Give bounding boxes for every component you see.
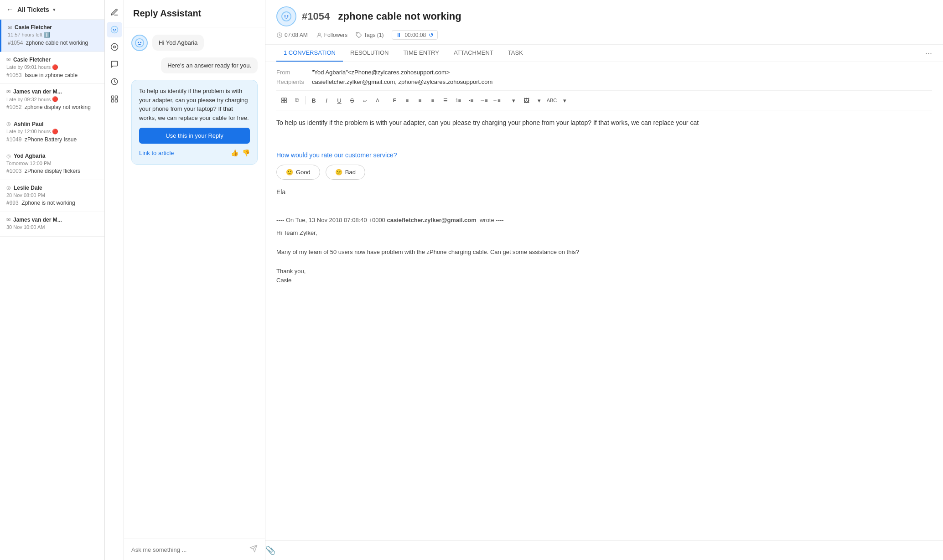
ticket-list-item[interactable]: ◎ Leslie Dale 28 Nov 08:00 PM #993 Zphon…	[0, 180, 104, 212]
ticket-number: #1003	[6, 168, 21, 174]
snippet-icon[interactable]	[278, 94, 290, 106]
ticket-followers[interactable]: Followers	[316, 32, 347, 38]
image-icon[interactable]: 🖼	[520, 94, 532, 106]
ticket-number: #1054	[8, 40, 23, 46]
more-options-icon[interactable]: ▾	[533, 94, 545, 106]
align-center-icon[interactable]: ≡	[414, 94, 426, 106]
italic-icon[interactable]: I	[321, 94, 332, 106]
chat-icon[interactable]	[107, 57, 122, 72]
quoted-line2: Many of my team of 50 users now have pro…	[276, 248, 932, 257]
ticket-email-icon: ✉	[6, 89, 10, 95]
attachment-icon[interactable]: 📎	[265, 545, 275, 555]
caret-icon: ▾	[53, 7, 56, 13]
align-left-icon[interactable]: ≡	[401, 94, 413, 106]
icon-toolbar	[105, 0, 124, 560]
tab-attachment[interactable]: ATTACHMENT	[446, 45, 501, 62]
ol-icon[interactable]: 1≡	[452, 94, 464, 106]
ticket-item-subject: #1003 zPhone display flickers	[6, 168, 98, 175]
quoted-text: ---- On Tue, 13 Nov 2018 07:08:40 +0000 …	[276, 216, 932, 286]
good-label: Good	[296, 169, 311, 176]
ticket-list-item[interactable]: ✉ Casie Fletcher Late by 09:01 hours 🔴 #…	[0, 52, 104, 84]
body-text: To help us identify if the problem is wi…	[276, 118, 932, 128]
bot-avatar	[131, 35, 148, 51]
ticket-item-time: Late by 09:01 hours 🔴	[6, 64, 98, 70]
answer-text: To help us identify if the problem is wi…	[139, 87, 250, 122]
spell-caret-icon[interactable]: ▾	[559, 94, 570, 106]
quoted-line4: Casie	[276, 276, 932, 285]
ticket-sidebar: ← All Tickets ▾ ✉ Casie Fletcher 11:57 h…	[0, 0, 105, 560]
rating-section: How would you rate our customer service?…	[276, 150, 932, 180]
svg-rect-6	[115, 96, 117, 98]
font-color-icon[interactable]: A	[372, 94, 383, 106]
copy-icon[interactable]: ⧉	[291, 94, 303, 106]
format-more-icon[interactable]: ▾	[508, 94, 519, 106]
main-content: #1054 zphone cable not working 07:08 AM …	[265, 0, 943, 560]
underline-icon[interactable]: U	[333, 94, 345, 106]
more-tabs-icon[interactable]: ···	[925, 48, 932, 58]
ticket-time-value: 07:08 AM	[285, 32, 308, 38]
highlight-icon[interactable]: ▱	[359, 94, 371, 106]
ticket-email-icon: ✉	[8, 25, 12, 31]
ticket-title: zphone cable not working	[338, 10, 461, 22]
layers-icon[interactable]	[107, 91, 122, 107]
tab-1-conversation[interactable]: 1 CONVERSATION	[276, 45, 343, 62]
svg-point-1	[113, 29, 114, 30]
ticket-list-item[interactable]: ✉ James van der M... 30 Nov 10:00 AM	[0, 212, 104, 237]
thumbs-up-icon[interactable]: 👍	[231, 148, 238, 158]
timer-pause-icon[interactable]: ⏸	[396, 31, 402, 38]
ticket-item-header: ✉ Casie Fletcher	[6, 57, 98, 63]
svg-point-16	[318, 33, 320, 35]
ticket-email-icon: ◎	[6, 153, 11, 159]
outdent-icon[interactable]: ←≡	[491, 94, 503, 106]
recipients-label: Recipients	[276, 78, 308, 85]
ticket-list-item[interactable]: ◎ Yod Agbaria Tomorrow 12:00 PM #1003 zP…	[0, 148, 104, 180]
assistant-chat: Hi Yod Agbaria Here's an answer ready fo…	[124, 27, 265, 539]
bot-ready-bubble: Here's an answer ready for you.	[161, 57, 258, 73]
ticket-tags-label: Tags (1)	[364, 32, 383, 38]
rating-link[interactable]: How would you rate our customer service?	[276, 151, 397, 159]
edit-icon[interactable]	[107, 5, 122, 20]
ticket-item-header: ◎ Leslie Dale	[6, 185, 98, 191]
align-justify-icon[interactable]: ☰	[440, 94, 451, 106]
spell-icon[interactable]: ABC	[546, 94, 558, 106]
ticket-item-header: ✉ James van der M...	[6, 88, 98, 95]
good-emoji: 🙂	[286, 169, 293, 176]
indent-icon[interactable]: →≡	[478, 94, 490, 106]
align-right-icon[interactable]: ≡	[427, 94, 439, 106]
link-article-link[interactable]: Link to article	[139, 149, 174, 158]
use-reply-button[interactable]: Use this in your Reply	[139, 128, 250, 144]
tab-task[interactable]: TASK	[501, 45, 530, 62]
quoted-email: casiefletcher.zylker@gmail.com	[387, 217, 476, 223]
good-rating-button[interactable]: 🙂 Good	[276, 165, 320, 180]
cursor	[277, 134, 277, 141]
sidebar-title[interactable]: All Tickets	[17, 6, 49, 13]
separator2	[386, 96, 386, 104]
assistant-input-area	[124, 539, 265, 560]
ticket-list-item[interactable]: ✉ James van der M... Late by 09:32 hours…	[0, 84, 104, 116]
ticket-list-item[interactable]: ◎ Ashlin Paul Late by 12:00 hours 🔴 #104…	[0, 116, 104, 149]
ticket-item-subject: #1049 zPhone Battery Issue	[6, 136, 98, 144]
ticket-item-subject: #993 Zphone is not working	[6, 200, 98, 207]
contact-icon[interactable]	[107, 22, 122, 37]
bad-rating-button[interactable]: 😕 Bad	[326, 165, 365, 180]
bold-icon[interactable]: B	[308, 94, 320, 106]
thumbs-down-icon[interactable]: 👎	[242, 148, 250, 158]
timer-badge[interactable]: ⏸ 00:00:08 ↺	[392, 30, 438, 40]
history-icon[interactable]	[107, 74, 122, 89]
font-size-icon[interactable]: F	[389, 94, 400, 106]
tab-resolution[interactable]: RESOLUTION	[343, 45, 396, 62]
timer-refresh-icon[interactable]: ↺	[429, 31, 434, 38]
settings-icon[interactable]	[107, 39, 122, 55]
tab-time-entry[interactable]: TIME ENTRY	[396, 45, 446, 62]
back-arrow-icon[interactable]: ←	[6, 5, 14, 14]
from-row: From "Yod Agbaria"<zPhone@zylcares.zohos…	[276, 67, 932, 77]
send-icon[interactable]	[249, 544, 258, 555]
assistant-input[interactable]	[131, 546, 246, 553]
ticket-avatar	[276, 6, 296, 26]
ticket-list-item[interactable]: ✉ Casie Fletcher 11:57 hours left ℹ️ #10…	[0, 20, 104, 52]
ticket-tags[interactable]: Tags (1)	[356, 32, 383, 38]
strikethrough-icon[interactable]: S	[346, 94, 358, 106]
ul-icon[interactable]: •≡	[465, 94, 477, 106]
ticket-item-header: ◎ Ashlin Paul	[6, 121, 98, 127]
svg-rect-18	[282, 98, 284, 100]
